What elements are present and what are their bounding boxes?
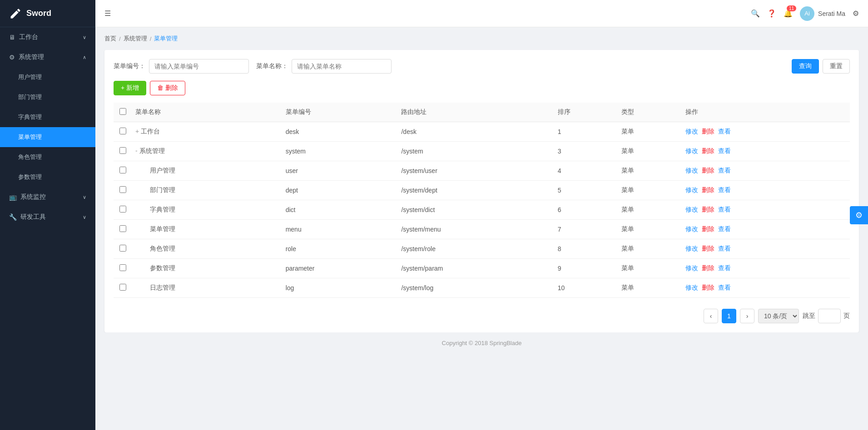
delete-row-button[interactable]: 删除 bbox=[702, 284, 714, 292]
view-button[interactable]: 查看 bbox=[718, 206, 731, 214]
row-checkbox[interactable] bbox=[119, 264, 126, 271]
page-1-button[interactable]: 1 bbox=[722, 309, 736, 323]
search-button[interactable]: 查询 bbox=[792, 59, 819, 74]
menu-toggle-icon[interactable]: ☰ bbox=[104, 9, 111, 18]
sidebar-item-workbench[interactable]: 🖥 工作台 ∨ bbox=[0, 27, 95, 47]
reset-button[interactable]: 重置 bbox=[823, 59, 850, 74]
edit-button[interactable]: 修改 bbox=[685, 206, 698, 214]
view-button[interactable]: 查看 bbox=[718, 245, 731, 253]
row-route: /system/role bbox=[397, 239, 554, 259]
float-settings-button[interactable]: ⚙ bbox=[850, 206, 868, 224]
edit-button[interactable]: 修改 bbox=[685, 167, 698, 175]
menu-name-input[interactable] bbox=[292, 59, 392, 74]
row-sort: 6 bbox=[554, 200, 618, 220]
page-body: 首页 / 系统管理 / 菜单管理 菜单编号： 菜单名称： 查询 重置 bbox=[95, 27, 868, 430]
sidebar-item-role[interactable]: 角色管理 bbox=[0, 147, 95, 167]
delete-row-button[interactable]: 删除 bbox=[702, 225, 714, 233]
header-name: 菜单名称 bbox=[132, 103, 282, 122]
delete-row-button[interactable]: 删除 bbox=[702, 206, 714, 214]
filter-row: 菜单编号： 菜单名称： 查询 重置 bbox=[114, 59, 850, 74]
settings-icon[interactable]: ⚙ bbox=[853, 9, 859, 18]
edit-button[interactable]: 修改 bbox=[685, 284, 698, 292]
row-checkbox[interactable] bbox=[119, 284, 126, 291]
breadcrumb-home[interactable]: 首页 bbox=[104, 35, 116, 43]
view-button[interactable]: 查看 bbox=[718, 147, 731, 155]
prev-page-button[interactable]: ‹ bbox=[704, 309, 718, 323]
delete-row-button[interactable]: 删除 bbox=[702, 245, 714, 253]
row-sort: 5 bbox=[554, 181, 618, 200]
header: ☰ 🔍 ❓ 🔔 11 Ai Serati Ma ⚙ bbox=[95, 0, 868, 27]
view-button[interactable]: 查看 bbox=[718, 167, 731, 175]
tree-toggle-icon[interactable]: + bbox=[135, 128, 139, 135]
app-name: Sword bbox=[26, 9, 51, 18]
delete-row-button[interactable]: 删除 bbox=[702, 128, 714, 136]
delete-row-button[interactable]: 删除 bbox=[702, 167, 714, 175]
view-button[interactable]: 查看 bbox=[718, 264, 731, 272]
view-button[interactable]: 查看 bbox=[718, 284, 731, 292]
view-button[interactable]: 查看 bbox=[718, 225, 731, 233]
table-row: 字典管理 dict /system/dict 6 菜单 修改 删除 查看 bbox=[114, 200, 850, 220]
table-row: +工作台 desk /desk 1 菜单 修改 删除 查看 bbox=[114, 122, 850, 142]
sidebar-item-param-label: 参数管理 bbox=[18, 173, 42, 181]
chevron-down-icon: ∨ bbox=[83, 35, 86, 40]
breadcrumb-sep-1: / bbox=[119, 35, 121, 42]
edit-button[interactable]: 修改 bbox=[685, 225, 698, 233]
footer: Copyright © 2018 SpringBlade bbox=[104, 332, 859, 354]
menu-code-input[interactable] bbox=[149, 59, 249, 74]
row-checkbox[interactable] bbox=[119, 147, 126, 154]
row-checkbox[interactable] bbox=[119, 206, 126, 213]
sidebar-item-devtools[interactable]: 🔧 研发工具 ∨ bbox=[0, 207, 95, 227]
username: Serati Ma bbox=[818, 10, 845, 17]
sidebar-item-menu[interactable]: 菜单管理 bbox=[0, 127, 95, 147]
sidebar-item-dict[interactable]: 字典管理 bbox=[0, 107, 95, 127]
sidebar-menu: 🖥 工作台 ∨ ⚙ 系统管理 ∧ 用户管理 部门管理 字典管理 菜单管理 角色管… bbox=[0, 27, 95, 430]
chevron-down-icon: ∨ bbox=[83, 194, 86, 200]
help-icon[interactable]: ❓ bbox=[767, 9, 776, 18]
sidebar-item-monitor[interactable]: 📺 系统监控 ∨ bbox=[0, 187, 95, 207]
row-checkbox[interactable] bbox=[119, 186, 126, 193]
sidebar-item-system[interactable]: ⚙ 系统管理 ∧ bbox=[0, 47, 95, 67]
next-page-button[interactable]: › bbox=[740, 309, 754, 323]
row-checkbox[interactable] bbox=[119, 167, 126, 173]
delete-button[interactable]: 🗑 删除 bbox=[150, 81, 185, 95]
menu-name-label: 菜单名称： bbox=[256, 62, 288, 70]
table-row: -系统管理 system /system 3 菜单 修改 删除 查看 bbox=[114, 142, 850, 161]
row-checkbox[interactable] bbox=[119, 245, 126, 252]
page-size-select[interactable]: 10 条/页 20 条/页 50 条/页 bbox=[758, 309, 799, 323]
row-checkbox-cell bbox=[114, 142, 132, 161]
table-row: 菜单管理 menu /system/menu 7 菜单 修改 删除 查看 bbox=[114, 220, 850, 239]
delete-row-button[interactable]: 删除 bbox=[702, 264, 714, 272]
add-button[interactable]: + 新增 bbox=[114, 81, 146, 95]
view-button[interactable]: 查看 bbox=[718, 186, 731, 194]
row-checkbox[interactable] bbox=[119, 225, 126, 232]
sidebar: Sword 🖥 工作台 ∨ ⚙ 系统管理 ∧ 用户管理 部门管理 字典管理 bbox=[0, 0, 95, 430]
breadcrumb-system[interactable]: 系统管理 bbox=[124, 35, 147, 43]
select-all-checkbox[interactable] bbox=[119, 108, 126, 115]
row-type: 菜单 bbox=[618, 181, 681, 200]
view-button[interactable]: 查看 bbox=[718, 128, 731, 136]
row-name: 用户管理 bbox=[132, 161, 282, 181]
sidebar-item-dept[interactable]: 部门管理 bbox=[0, 87, 95, 107]
edit-button[interactable]: 修改 bbox=[685, 128, 698, 136]
notification-bell[interactable]: 🔔 11 bbox=[784, 9, 793, 18]
row-checkbox[interactable] bbox=[119, 128, 126, 134]
sidebar-item-param[interactable]: 参数管理 bbox=[0, 167, 95, 187]
avatar-text: Ai bbox=[804, 10, 810, 17]
search-icon[interactable]: 🔍 bbox=[751, 9, 760, 18]
delete-row-button[interactable]: 删除 bbox=[702, 186, 714, 194]
logo[interactable]: Sword bbox=[0, 0, 95, 27]
tree-toggle-icon[interactable]: - bbox=[135, 147, 138, 154]
edit-button[interactable]: 修改 bbox=[685, 147, 698, 155]
edit-button[interactable]: 修改 bbox=[685, 245, 698, 253]
jump-input[interactable] bbox=[818, 309, 841, 323]
sidebar-item-dict-label: 字典管理 bbox=[18, 113, 42, 121]
table-row: 角色管理 role /system/role 8 菜单 修改 删除 查看 bbox=[114, 239, 850, 259]
delete-row-button[interactable]: 删除 bbox=[702, 147, 714, 155]
edit-button[interactable]: 修改 bbox=[685, 264, 698, 272]
sidebar-item-monitor-label: 系统监控 bbox=[20, 193, 46, 201]
sidebar-item-user[interactable]: 用户管理 bbox=[0, 67, 95, 87]
sidebar-item-system-label: 系统管理 bbox=[19, 53, 44, 61]
user-info[interactable]: Ai Serati Ma bbox=[800, 6, 845, 21]
edit-button[interactable]: 修改 bbox=[685, 186, 698, 194]
chevron-up-icon: ∧ bbox=[83, 54, 86, 60]
